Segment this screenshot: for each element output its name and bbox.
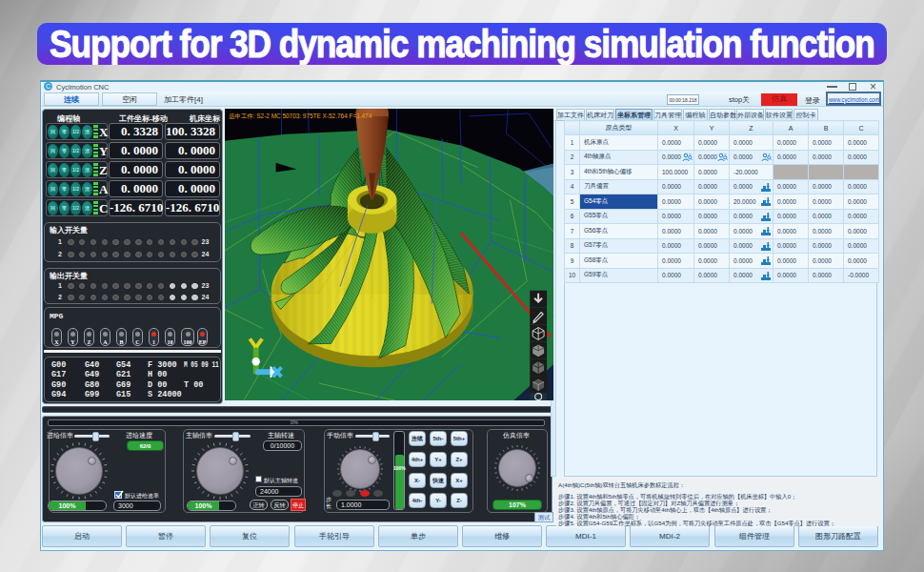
svg-text:Y: Y	[724, 153, 727, 157]
svg-text:X: X	[689, 153, 692, 157]
svg-text:选中工件: S2-2 MC 50703: 975TE X-5: 选中工件: S2-2 MC 50703: 975TE X-52.764 F=1.…	[229, 112, 372, 120]
